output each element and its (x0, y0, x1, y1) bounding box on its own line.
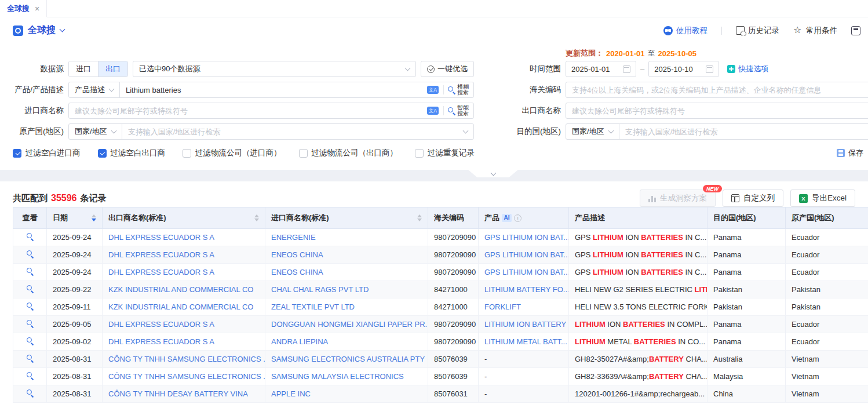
exporter-link[interactable]: CÔNG TY TNHH DESAY BATTERY VINA (108, 389, 248, 398)
filter-checkbox[interactable]: 过滤物流公司（出口商） (299, 148, 398, 158)
column-header-date[interactable]: 日期 (47, 207, 103, 229)
save-button[interactable]: 保存 (837, 148, 863, 158)
view-record-icon[interactable] (26, 319, 34, 327)
importer-link[interactable]: ANDRA LIEPINA (271, 337, 328, 346)
filter-checkbox[interactable]: 过滤空白出口商 (98, 148, 166, 158)
destination-country-type-select[interactable]: 国家/地区 (566, 124, 619, 139)
filter-checkbox[interactable]: 过滤物流公司（进口商） (183, 148, 282, 158)
info-icon[interactable]: i (514, 214, 521, 222)
view-record-icon[interactable] (26, 250, 34, 258)
cell-destination: Malaysia (707, 368, 786, 385)
view-record-icon[interactable] (26, 354, 34, 362)
sort-icon[interactable] (417, 214, 422, 221)
cell-date: 2025-09-24 (47, 246, 103, 264)
translate-icon[interactable]: 文A (427, 107, 439, 115)
product-link[interactable]: LITHIUM ION BATTERY (484, 320, 566, 329)
product-input[interactable] (120, 82, 425, 97)
product-link[interactable]: GPS LITHIUM ION BAT... (484, 250, 569, 259)
exporter-link[interactable]: DHL EXPRESS ECUADOR S A (108, 337, 214, 346)
start-date-input[interactable]: 2025-01-01 (566, 61, 636, 77)
clipped-edge-icon[interactable] (851, 26, 860, 35)
export-toggle-button[interactable]: 出口 (98, 61, 127, 76)
table-row: 2025-08-31CÔNG TY TNHH SAMSUNG ELECTRONI… (13, 351, 868, 368)
cell-description: GPS LITHIUM ION BATTERIES IN C... (569, 246, 707, 264)
data-source-select[interactable]: 已选中90个数据源 (133, 61, 416, 77)
close-icon[interactable]: × (35, 4, 39, 13)
saved-conditions-button[interactable]: 常用条件 (793, 26, 837, 36)
hs-code-input[interactable] (566, 82, 868, 98)
exporter-link[interactable]: DHL EXPRESS ECUADOR S A (108, 233, 214, 242)
exporter-link[interactable]: DHL EXPRESS ECUADOR S A (108, 268, 214, 276)
cell-view (13, 316, 47, 333)
export-excel-button[interactable]: X 导出Excel (790, 190, 855, 207)
exporter-link[interactable]: KZK INDUSTRIAL AND COMMERCIAL CO (108, 285, 253, 294)
importer-link[interactable]: DONGGUAN HONGMEI XIANGLI PAPER PR... (271, 320, 428, 329)
sort-icon[interactable] (92, 214, 96, 221)
origin-country-type-select[interactable]: 国家/地区 (69, 124, 122, 139)
column-header-exporter[interactable]: 出口商名称(标准) (103, 207, 265, 229)
cell-hs-code: 84271000 (428, 298, 479, 316)
view-record-icon[interactable] (26, 267, 34, 275)
import-toggle-button[interactable]: 进口 (69, 61, 98, 76)
chevron-down-icon[interactable] (60, 27, 65, 32)
time-range-label: 时间范围 (474, 64, 561, 74)
importer-input[interactable] (69, 103, 425, 118)
tutorial-button[interactable]: 使用教程 (663, 26, 707, 36)
view-record-icon[interactable] (26, 337, 34, 345)
product-label: 产品/产品描述 (0, 85, 64, 95)
view-record-icon[interactable] (26, 389, 34, 397)
product-link[interactable]: LITHIUM BATTERY FO... (484, 285, 569, 294)
smart-search-button[interactable]: 智能搜索 (446, 105, 473, 117)
quick-options-button[interactable]: 快捷选项 (727, 64, 768, 74)
view-record-icon[interactable] (26, 371, 34, 380)
destination-country-input[interactable] (619, 124, 868, 139)
table-row: 2025-08-31CÔNG TY TNHH SAMSUNG ELECTRONI… (13, 368, 868, 385)
importer-link[interactable]: ZEAL TEXTILE PVT LTD (271, 303, 355, 311)
exporter-link[interactable]: CÔNG TY TNHH SAMSUNG ELECTRONICS ... (108, 355, 265, 363)
exporter-link[interactable]: DHL EXPRESS ECUADOR S A (108, 250, 214, 259)
importer-link[interactable]: APPLE INC (271, 389, 311, 398)
custom-columns-button[interactable]: 自定义列 (723, 190, 783, 207)
sort-icon[interactable] (254, 214, 259, 221)
importer-link[interactable]: CHAL CHAL RAGS PVT LTD (271, 285, 369, 294)
results-panel: 共匹配到 35596 条记录 生成洞察方案 NEW 自定义列 X 导出Excel… (0, 181, 868, 408)
importer-link[interactable]: ENEOS CHINA (271, 250, 323, 259)
exporter-link[interactable]: DHL EXPRESS ECUADOR S A (108, 320, 214, 329)
view-record-icon[interactable] (26, 232, 34, 241)
origin-country-input[interactable] (122, 124, 464, 139)
product-link[interactable]: LITHIUM METAL BATT... (484, 337, 567, 346)
calendar-icon (623, 65, 630, 73)
one-click-optimize-button[interactable]: 一键优选 (421, 61, 474, 77)
cell-view (13, 368, 47, 385)
cell-description: LITHIUM ION BATTERIES IN COMPL... (569, 316, 707, 333)
translate-icon[interactable]: 文A (427, 86, 439, 94)
product-link[interactable]: GPS LITHIUM ION BAT... (484, 268, 569, 276)
importer-link[interactable]: ENEOS CHINA (271, 268, 323, 276)
product-link[interactable]: FORKLIFT (484, 303, 521, 311)
exporter-link[interactable]: CÔNG TY TNHH SAMSUNG ELECTRONICS ... (108, 372, 265, 381)
column-header-importer[interactable]: 进口商名称(标准) (265, 207, 428, 229)
product-link[interactable]: GPS LITHIUM ION BAT... (484, 233, 569, 242)
cell-importer: APPLE INC (265, 385, 428, 403)
importer-link[interactable]: ENERGENIE (271, 233, 316, 242)
view-record-icon[interactable] (26, 285, 34, 293)
cell-description: HELI NEW 3.5 TONS ELECTRIC FORKL... (569, 298, 707, 316)
cell-destination: Australia (707, 351, 786, 368)
view-record-icon[interactable] (26, 302, 34, 310)
product-type-select[interactable]: 产品描述 (69, 82, 120, 97)
history-button[interactable]: 历史记录 (736, 26, 779, 36)
column-header-dest: 目的国(地区) (707, 207, 786, 229)
exporter-input[interactable] (566, 103, 868, 119)
fuzzy-search-button[interactable]: 模糊搜索 (446, 84, 473, 96)
generate-insight-button[interactable]: 生成洞察方案 NEW (640, 190, 716, 207)
tab-global-search[interactable]: 全球搜 × (0, 0, 47, 17)
exporter-link[interactable]: KZK INDUSTRIAL AND COMMERCIAL CO (108, 303, 253, 311)
star-icon (793, 26, 803, 35)
end-date-input[interactable]: 2025-10-10 (648, 61, 719, 77)
filter-checkbox[interactable]: 过滤空白进口商 (13, 148, 81, 158)
cell-exporter: CÔNG TY TNHH SAMSUNG ELECTRONICS ... (103, 351, 265, 368)
filter-checkbox[interactable]: 过滤重复记录 (415, 148, 475, 158)
table-header-row: 查看日期出口商名称(标准)进口商名称(标准)海关编码产品AIi产品描述目的国(地… (13, 207, 868, 229)
importer-link[interactable]: SAMSUNG MALAYSIA ELECTRONICS (271, 372, 404, 381)
importer-link[interactable]: SAMSUNG ELECTRONICS AUSTRALIA PTY (271, 355, 425, 363)
